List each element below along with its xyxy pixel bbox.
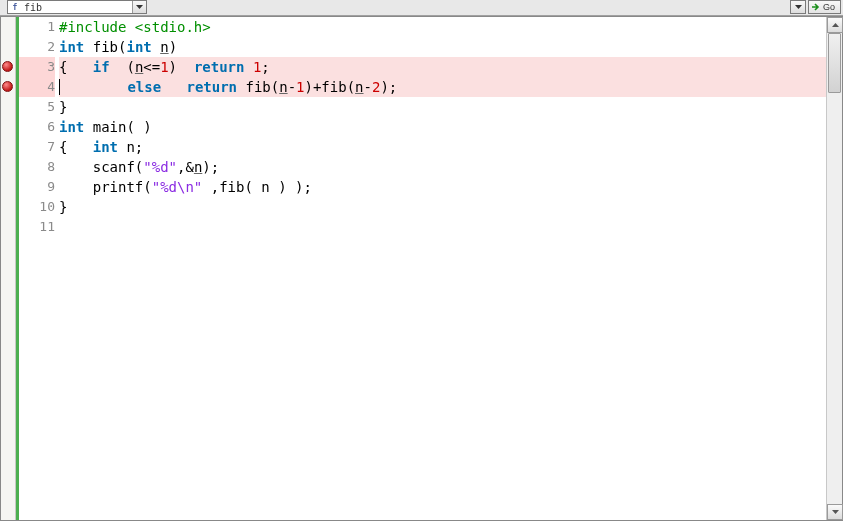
code-token: { [59,139,93,155]
code-token: ,& [177,159,194,175]
line-number: 6 [19,117,55,137]
code-line[interactable]: { int n; [59,137,842,157]
line-number: 3 [19,57,55,77]
scroll-down-button[interactable] [827,504,843,520]
symbol-dropdown[interactable]: f fib [7,0,147,14]
code-token: ,fib( n ) ); [202,179,312,195]
breakpoint-gutter[interactable] [1,17,16,520]
go-button-label: Go [823,2,835,12]
code-line[interactable]: #include <stdio.h> [59,17,842,37]
code-token: #include <stdio.h> [59,19,211,35]
line-number: 10 [19,197,55,217]
line-number: 4 [19,77,55,97]
code-token: return [186,79,237,95]
code-token: if [93,59,110,75]
code-token [152,39,160,55]
line-number: 2 [19,37,55,57]
code-token: 1 [296,79,304,95]
code-token: 1 [160,59,168,75]
code-token: int [59,119,84,135]
line-number: 7 [19,137,55,157]
code-token: - [364,79,372,95]
secondary-dropdown[interactable] [790,0,806,14]
scrollbar-thumb[interactable] [828,33,841,93]
code-token: scanf( [59,159,143,175]
code-token: fib( [84,39,126,55]
line-number: 1 [19,17,55,37]
line-number: 8 [19,157,55,177]
code-area[interactable]: #include <stdio.h>int fib(int n){ if (n<… [59,17,842,520]
code-token: n [279,79,287,95]
code-token: )+fib( [305,79,356,95]
dropdown-arrow-icon[interactable] [132,1,146,13]
code-token: "%d" [143,159,177,175]
code-line[interactable]: printf("%d\n" ,fib( n ) ); [59,177,842,197]
code-token: int [59,39,84,55]
breakpoint-icon[interactable] [2,81,13,92]
code-token: n; [118,139,143,155]
code-token: int [126,39,151,55]
code-token: "%d\n" [152,179,203,195]
code-line[interactable]: } [59,197,842,217]
change-indicator-bar [16,17,19,520]
code-token: n [160,39,168,55]
toolbar: f fib Go [0,0,843,16]
code-token: - [288,79,296,95]
vertical-scrollbar[interactable] [826,17,842,520]
code-token [60,79,127,95]
code-token [244,59,252,75]
code-line[interactable]: scanf("%d",&n); [59,157,842,177]
code-token: printf( [59,179,152,195]
code-editor[interactable]: 1234567891011 #include <stdio.h>int fib(… [0,16,843,521]
code-line[interactable]: int main( ) [59,117,842,137]
code-token: <= [143,59,160,75]
function-icon: f [8,1,22,13]
breakpoint-icon[interactable] [2,61,13,72]
code-line[interactable]: else return fib(n-1)+fib(n-2); [59,77,842,97]
text-cursor [59,79,60,95]
code-token: ; [261,59,269,75]
code-token: main( ) [84,119,151,135]
go-arrow-icon [811,2,821,12]
code-token: return [194,59,245,75]
code-token: ) [169,39,177,55]
code-token: fib( [237,79,279,95]
code-token: n [355,79,363,95]
code-line[interactable]: } [59,97,842,117]
code-token [161,79,186,95]
code-line[interactable]: { if (n<=1) return 1; [59,57,842,77]
line-number: 9 [19,177,55,197]
code-token: else [127,79,161,95]
symbol-field-text: fib [22,2,132,13]
code-token: int [93,139,118,155]
code-token: ); [202,159,219,175]
code-line[interactable]: int fib(int n) [59,37,842,57]
code-token: ( [110,59,135,75]
code-token: ); [380,79,397,95]
line-number-gutter: 1234567891011 [19,17,59,520]
code-token: ) [169,59,194,75]
code-line[interactable] [59,217,842,237]
line-number: 11 [19,217,55,237]
code-token: } [59,199,67,215]
code-token: { [59,59,93,75]
line-number: 5 [19,97,55,117]
code-token: } [59,99,67,115]
go-button[interactable]: Go [808,0,841,14]
scroll-up-button[interactable] [827,17,843,33]
